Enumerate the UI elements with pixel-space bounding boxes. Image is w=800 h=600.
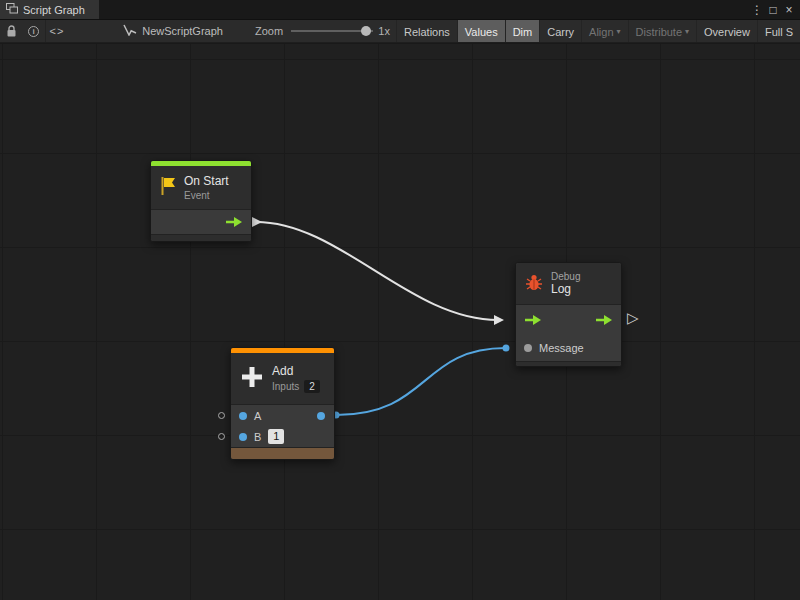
- chevron-down-icon: ▾: [685, 27, 689, 36]
- bug-icon: [524, 273, 544, 295]
- input-port-b[interactable]: [239, 433, 247, 441]
- graph-asset-reference[interactable]: NewScriptGraph: [123, 24, 223, 38]
- relations-button[interactable]: Relations: [396, 20, 457, 43]
- graph-canvas[interactable]: On Start Event Add: [0, 44, 800, 600]
- node-footer: [151, 234, 251, 241]
- distribute-label: Distribute: [636, 26, 682, 38]
- close-icon[interactable]: ×: [781, 3, 797, 17]
- wire-end-dot: [503, 345, 510, 352]
- values-button[interactable]: Values: [457, 20, 505, 43]
- message-label: Message: [539, 342, 584, 354]
- flow-row: [516, 305, 621, 335]
- plus-icon: [239, 364, 265, 394]
- overview-button[interactable]: Overview: [696, 20, 757, 43]
- carry-button[interactable]: Carry: [539, 20, 581, 43]
- node-title: On Start: [184, 174, 229, 188]
- debug-log-node[interactable]: Debug Log Message: [515, 262, 622, 367]
- node-header: Debug Log: [516, 263, 621, 305]
- add-node[interactable]: Add Inputs 2 A B 1: [230, 347, 335, 460]
- port-row-b: B 1: [231, 426, 334, 447]
- window-controls: ⋮ □ ×: [749, 0, 800, 19]
- graph-toolbar: i <> NewScriptGraph Zoom 1x Relations Va…: [0, 20, 800, 43]
- wire-start-arrow: [252, 217, 262, 227]
- message-port-row: Message: [516, 335, 621, 361]
- maximize-icon[interactable]: □: [765, 3, 781, 17]
- title-bar: Script Graph ⋮ □ ×: [0, 0, 800, 20]
- info-icon[interactable]: i: [22, 20, 44, 42]
- flag-icon: [159, 176, 177, 200]
- inputs-label: Inputs: [272, 381, 299, 392]
- toolbar-buttons: Relations Values Dim Carry Align ▾ Distr…: [396, 20, 800, 42]
- unconnected-port-ring-b[interactable]: [218, 433, 225, 440]
- value-connection-wire[interactable]: [336, 348, 506, 415]
- flow-output-port[interactable]: [595, 314, 613, 326]
- node-footer: [516, 361, 621, 366]
- zoom-label: Zoom: [255, 25, 283, 37]
- fullscreen-button[interactable]: Full S: [757, 20, 800, 43]
- unconnected-port-ring-a[interactable]: [218, 412, 225, 419]
- node-category: Debug: [551, 271, 580, 282]
- on-start-node[interactable]: On Start Event: [150, 160, 252, 242]
- node-header: On Start Event: [151, 166, 251, 210]
- flow-input-port[interactable]: [524, 314, 542, 326]
- flow-output-row: [151, 210, 251, 234]
- zoom-slider[interactable]: [291, 25, 373, 37]
- graph-name: NewScriptGraph: [142, 25, 223, 37]
- wire-end-arrow: [494, 315, 504, 325]
- code-icon[interactable]: <>: [46, 20, 68, 42]
- align-dropdown[interactable]: Align ▾: [581, 20, 627, 43]
- dim-button[interactable]: Dim: [505, 20, 540, 43]
- connection-wires: [0, 44, 800, 600]
- node-title: Log: [551, 282, 580, 296]
- graph-window-icon: [6, 3, 18, 16]
- zoom-slider-knob[interactable]: [361, 26, 371, 36]
- align-label: Align: [589, 26, 613, 38]
- port-b-label: B: [254, 431, 261, 443]
- output-port[interactable]: [317, 412, 325, 420]
- port-a-label: A: [254, 410, 261, 422]
- carry-footer-strip: [231, 447, 334, 459]
- node-title: Add: [272, 364, 320, 378]
- port-b-value-field[interactable]: 1: [268, 429, 284, 444]
- lock-icon[interactable]: [0, 20, 22, 42]
- graph-asset-icon: [123, 24, 137, 38]
- tab-script-graph[interactable]: Script Graph: [0, 0, 99, 19]
- flow-output-port[interactable]: [225, 216, 243, 228]
- message-input-port[interactable]: [524, 344, 532, 352]
- node-header: Add Inputs 2: [231, 353, 334, 405]
- window-menu-icon[interactable]: ⋮: [749, 3, 765, 17]
- chevron-down-icon: ▾: [617, 27, 621, 36]
- inputs-count-field[interactable]: 2: [304, 380, 320, 393]
- input-port-a[interactable]: [239, 412, 247, 420]
- node-subtitle: Event: [184, 190, 229, 201]
- distribute-dropdown[interactable]: Distribute ▾: [628, 20, 696, 43]
- flow-connection-wire[interactable]: [256, 222, 498, 320]
- zoom-value: 1x: [378, 25, 390, 37]
- flow-continuation-triangle: ▷: [627, 310, 639, 325]
- tab-title: Script Graph: [23, 4, 85, 16]
- port-row-a: A: [231, 405, 334, 426]
